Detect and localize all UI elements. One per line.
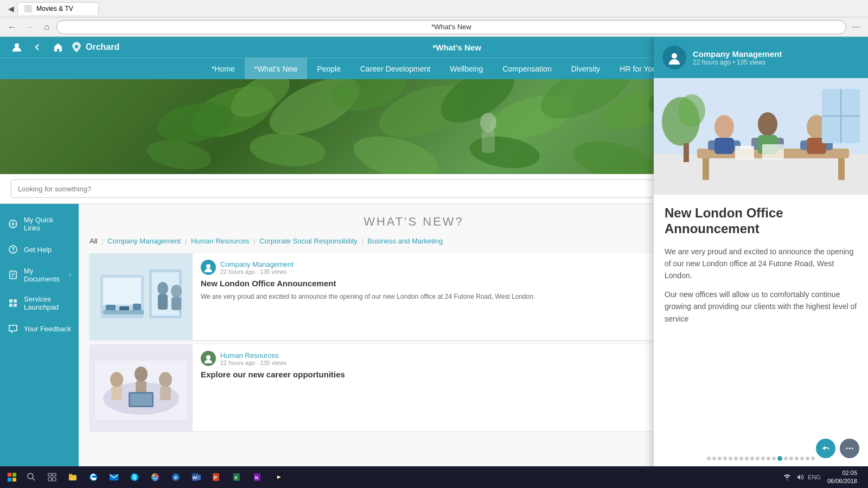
dot-4[interactable]	[723, 457, 727, 460]
home-button[interactable]: ⌂	[39, 20, 54, 35]
svg-point-38	[157, 282, 168, 295]
dot-15[interactable]	[784, 457, 788, 460]
svg-point-66	[678, 94, 705, 127]
svg-rect-81	[762, 144, 784, 159]
popup-share-button[interactable]	[816, 439, 835, 458]
svg-rect-41	[171, 297, 181, 310]
dot-11[interactable]	[761, 457, 765, 460]
settings-button[interactable]: ⋯	[848, 20, 864, 35]
sidebar-quick-links[interactable]: My Quick Links	[0, 210, 79, 237]
sidebar-get-help[interactable]: ? Get Help	[0, 239, 79, 260]
filter-hr[interactable]: Human Resources	[191, 237, 250, 245]
taskbar-clock[interactable]: 02:05 06/06/2018	[823, 469, 861, 486]
browser-chrome: ◀ Movies & TV	[0, 0, 868, 17]
filter-all[interactable]: All	[90, 237, 97, 245]
dot-3[interactable]	[718, 457, 722, 460]
source-name-1[interactable]: Company Management	[220, 260, 293, 268]
logo-text: Orchard	[86, 42, 119, 52]
back-button[interactable]: ◀	[4, 2, 17, 15]
dot-14-active[interactable]	[777, 456, 782, 461]
nav-forward-button[interactable]: →	[22, 20, 37, 35]
dot-19[interactable]	[806, 457, 809, 460]
popup-more-button[interactable]	[840, 439, 859, 458]
menu-diversity[interactable]: Diversity	[561, 58, 610, 79]
popup-text-1: We are very proud and excited to announc…	[665, 246, 857, 282]
menu-wellbeing[interactable]: Wellbeing	[440, 58, 493, 79]
link-icon	[8, 219, 18, 229]
dot-6[interactable]	[734, 457, 738, 460]
sidebar-feedback[interactable]: Your Feedback	[0, 318, 79, 339]
taskbar-lang[interactable]: ENG	[808, 474, 821, 480]
taskbar-ie[interactable]: e	[166, 467, 186, 487]
svg-rect-54	[160, 387, 171, 400]
whats-new-header: WHAT'S NEW?	[79, 204, 749, 237]
news-body-1: Company Management 22 hours ago · 135 vi…	[193, 253, 705, 340]
svg-rect-96	[53, 478, 56, 481]
taskbar-word[interactable]: W	[187, 467, 206, 487]
svg-text:?: ?	[11, 247, 15, 253]
browser-toolbar: ← → ⌂ *What's New ⋯	[0, 17, 868, 37]
dot-16[interactable]	[789, 457, 793, 460]
filter-company-mgmt[interactable]: Company Management	[107, 237, 181, 245]
popup-action-buttons	[816, 439, 859, 458]
dot-9[interactable]	[750, 457, 754, 460]
dot-1[interactable]	[707, 457, 711, 460]
menu-people[interactable]: People	[307, 58, 350, 79]
taskbar-onenote[interactable]: N	[248, 467, 268, 487]
dot-20[interactable]	[811, 457, 815, 460]
svg-point-19	[480, 113, 496, 132]
nav-back-app-button[interactable]	[29, 39, 46, 55]
tray-network[interactable]	[782, 472, 793, 483]
address-bar[interactable]: *What's New	[56, 20, 846, 34]
office-image	[90, 253, 193, 340]
popup-header: Company Management 22 hours ago • 135 vi…	[654, 37, 868, 78]
feedback-icon	[8, 323, 18, 334]
user-icon-button[interactable]	[9, 39, 25, 55]
taskbar-task-view[interactable]	[42, 467, 62, 487]
dot-18[interactable]	[800, 457, 804, 460]
dot-2[interactable]	[712, 457, 716, 460]
sidebar-my-documents[interactable]: My Documents ‹	[0, 261, 79, 288]
taskbar-file-explorer[interactable]	[63, 467, 82, 487]
dot-17[interactable]	[795, 457, 799, 460]
dot-12[interactable]	[767, 457, 770, 460]
svg-rect-56	[130, 394, 152, 406]
menu-compensation[interactable]: Compensation	[493, 58, 561, 79]
dot-10[interactable]	[756, 457, 760, 460]
orchard-logo[interactable]: Orchard	[71, 41, 119, 53]
news-headline-2[interactable]: Explore our new career opportunities	[201, 369, 697, 380]
taskbar-excel[interactable]: X	[228, 467, 247, 487]
filter-bm[interactable]: Business and Marketing	[367, 237, 443, 245]
taskbar-mail[interactable]	[104, 467, 124, 487]
start-button[interactable]	[2, 467, 22, 487]
menu-whats-new[interactable]: *What's New	[245, 58, 308, 79]
browser-tab[interactable]: Movies & TV	[17, 2, 99, 15]
taskbar-video[interactable]	[269, 467, 289, 487]
main-wrapper: Orchard *What's New *Home *What's New Pe…	[0, 37, 868, 488]
news-headline-1[interactable]: New London Office Announcement	[201, 278, 697, 289]
sidebar-services[interactable]: Services Launchpad	[0, 290, 79, 317]
nav-home-app-button[interactable]	[50, 39, 66, 55]
dot-7[interactable]	[739, 457, 743, 460]
source-name-2[interactable]: Human Resources	[220, 351, 286, 359]
tray-volume[interactable]	[795, 472, 806, 483]
news-detail-popup: Company Management 22 hours ago • 135 vi…	[654, 37, 868, 488]
taskbar-skype[interactable]: S	[125, 467, 144, 487]
popup-office-image	[654, 78, 868, 195]
menu-home[interactable]: *Home	[202, 58, 245, 79]
taskbar-search-button[interactable]	[22, 467, 41, 487]
dot-5[interactable]	[729, 457, 732, 460]
filter-csr[interactable]: Corporate Social Responsibility	[259, 237, 358, 245]
svg-rect-27	[9, 304, 12, 307]
taskbar-powerpoint[interactable]: P	[207, 467, 227, 487]
menu-career[interactable]: Career Development	[350, 58, 440, 79]
svg-rect-34	[133, 304, 141, 311]
nav-back-button[interactable]: ←	[4, 20, 20, 35]
tab-label: Movies & TV	[36, 5, 73, 12]
source-avatar-2	[201, 351, 216, 366]
taskbar-edge-browser[interactable]	[84, 467, 103, 487]
dot-8[interactable]	[745, 457, 749, 460]
taskbar-chrome[interactable]	[145, 467, 165, 487]
svg-rect-80	[735, 146, 754, 159]
dot-13[interactable]	[772, 457, 776, 460]
